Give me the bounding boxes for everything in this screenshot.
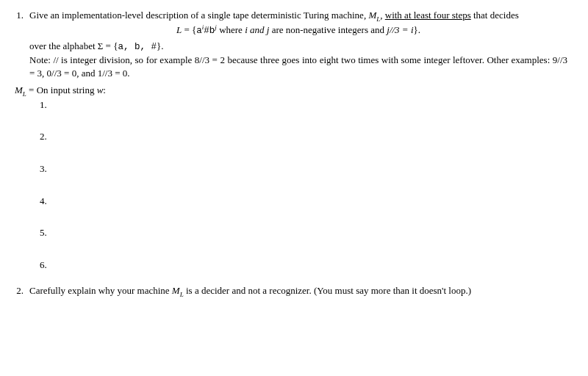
q1-lang-iandj: i and j [245, 24, 269, 35]
q1-over-post: }. [157, 40, 164, 51]
q1-intro-line: Give an implementation-level description… [29, 9, 567, 22]
q1-lang-jdiv: j//3 = i [387, 24, 413, 35]
q2-text-post: is a decider and not a recognizer. (You … [184, 285, 471, 296]
q1-step-2: 2. [40, 130, 567, 143]
q1-step-5: 5. [40, 226, 567, 239]
q1-intro-pre: Give an implementation-level description… [29, 10, 368, 21]
q1-intro-post: that decides [471, 10, 519, 21]
q1-step-3: 3. [40, 162, 567, 176]
q1-mlh-colon: : [103, 84, 106, 95]
q1-mlh-m: M [15, 84, 23, 95]
q1-over-alphabet: over the alphabet Σ = {a, b, #}. [29, 40, 567, 54]
q2-text-pre: Carefully explain why your machine [29, 285, 172, 296]
q1-lang-where: where [217, 24, 245, 35]
q1-mlh-post: = On input string [26, 84, 97, 95]
q1-step-6: 6. [40, 258, 567, 272]
q1-step-1: 1. [40, 98, 567, 112]
q1-language-def: L = {ai#bj where i and j are non-negativ… [29, 24, 567, 37]
q1-lang-eq: = { [182, 24, 196, 35]
q2-ml-m: M [172, 285, 180, 296]
question-1-body: Give an implementation-level description… [29, 9, 567, 79]
page: 1. Give an implementation-level descript… [0, 0, 588, 311]
q1-lang-nonneg: are non-negative integers and [269, 24, 387, 35]
question-2: 2. Carefully explain why your machine ML… [10, 284, 567, 297]
question-1-number: 1. [10, 9, 24, 79]
q1-ml-header: ML = On input string w: [15, 84, 567, 97]
question-2-body: Carefully explain why your machine ML is… [29, 284, 567, 297]
q1-lang-close: }. [414, 24, 421, 35]
question-1: 1. Give an implementation-level descript… [10, 9, 567, 79]
q1-ml-m: M [368, 10, 376, 21]
q1-intro-underline: with at least four steps [385, 10, 471, 21]
q1-lang-hash: # [204, 26, 209, 36]
q1-note: Note: // is integer division, so for exa… [29, 54, 567, 79]
q1-over-set: a, b, # [118, 42, 157, 52]
q1-over-pre: over the alphabet Σ = { [29, 40, 118, 51]
q1-lang-a: a [196, 26, 202, 36]
q1-steps-list: 1. 2. 3. 4. 5. 6. [40, 98, 567, 271]
question-2-number: 2. [10, 284, 24, 297]
q1-step-4: 4. [40, 195, 567, 208]
